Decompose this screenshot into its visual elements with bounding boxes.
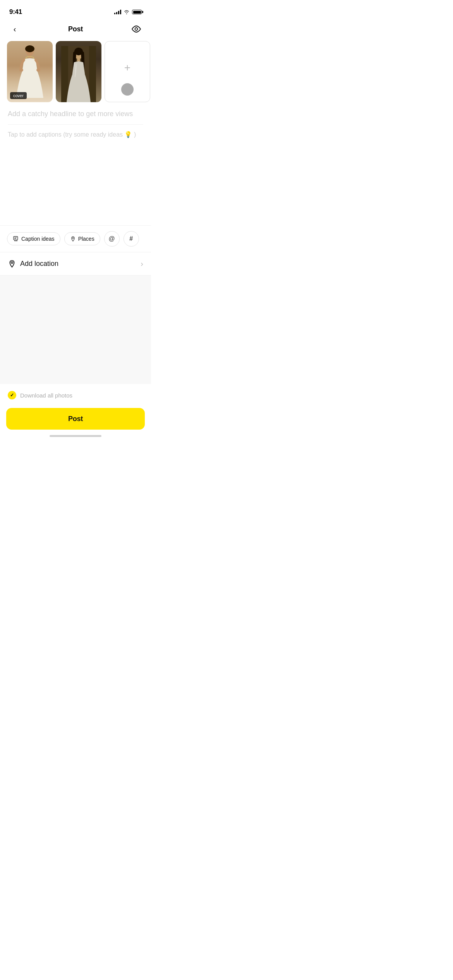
svg-point-14 xyxy=(72,237,74,238)
wifi-icon xyxy=(124,10,130,14)
page-title: Post xyxy=(68,25,83,33)
home-bar xyxy=(50,435,101,437)
svg-rect-8 xyxy=(61,46,68,102)
location-row[interactable]: Add location › xyxy=(0,252,151,276)
svg-point-6 xyxy=(36,69,40,72)
caption-toolbar: Caption ideas Places @ # xyxy=(0,226,151,252)
location-chevron-icon: › xyxy=(141,259,143,268)
svg-point-5 xyxy=(19,69,23,72)
plus-icon: + xyxy=(124,62,130,73)
location-icon xyxy=(8,260,16,268)
post-button-label: Post xyxy=(68,415,83,423)
caption-ideas-label: Caption ideas xyxy=(21,236,55,242)
dress2-figure xyxy=(61,46,96,102)
download-label: Download all photos xyxy=(20,392,72,399)
download-check-icon: ✓ xyxy=(8,391,16,399)
headline-input[interactable]: Add a catchy headline to get more views xyxy=(8,110,143,125)
caption-section: Add a catchy headline to get more views … xyxy=(0,102,151,226)
eye-icon xyxy=(131,25,142,33)
svg-point-11 xyxy=(74,48,83,55)
places-button[interactable]: Places xyxy=(64,232,100,245)
svg-rect-9 xyxy=(89,46,96,102)
hashtag-button[interactable]: # xyxy=(124,231,139,247)
svg-point-0 xyxy=(135,28,138,31)
cover-badge: cover xyxy=(10,92,27,99)
hashtag-icon: # xyxy=(129,235,133,242)
caption-input[interactable]: Tap to add captions (try some ready idea… xyxy=(8,125,143,225)
caption-ideas-button[interactable]: Caption ideas xyxy=(7,232,60,245)
location-label: Add location xyxy=(20,260,58,268)
svg-rect-13 xyxy=(14,236,18,240)
back-chevron-icon: ‹ xyxy=(14,25,16,34)
back-button[interactable]: ‹ xyxy=(8,22,22,36)
places-icon xyxy=(70,236,76,242)
places-label: Places xyxy=(78,236,94,242)
status-icons xyxy=(114,10,142,14)
svg-point-2 xyxy=(25,45,34,52)
signal-icon xyxy=(114,10,121,14)
location-left: Add location xyxy=(8,260,58,268)
add-photo-indicator xyxy=(121,83,134,96)
mention-button[interactable]: @ xyxy=(104,231,120,247)
svg-point-15 xyxy=(11,262,13,264)
image-thumb-1[interactable]: cover xyxy=(7,41,53,102)
download-row[interactable]: ✓ Download all photos xyxy=(0,384,151,406)
header: ‹ Post xyxy=(0,19,151,39)
image-strip: cover xyxy=(0,41,151,102)
status-time: 9:41 xyxy=(9,8,22,16)
post-button[interactable]: Post xyxy=(6,408,145,430)
add-photo-button[interactable]: + xyxy=(105,41,150,102)
mention-icon: @ xyxy=(109,235,115,242)
preview-button[interactable] xyxy=(129,22,143,36)
svg-rect-12 xyxy=(77,59,80,62)
dress1-figure xyxy=(12,44,47,100)
image-thumb-2[interactable] xyxy=(56,41,101,102)
battery-icon xyxy=(132,10,142,14)
content-spacer xyxy=(0,276,151,384)
status-bar: 9:41 xyxy=(0,0,151,19)
home-indicator xyxy=(0,431,151,440)
caption-ideas-icon xyxy=(13,236,19,242)
checkmark-icon: ✓ xyxy=(10,392,14,398)
